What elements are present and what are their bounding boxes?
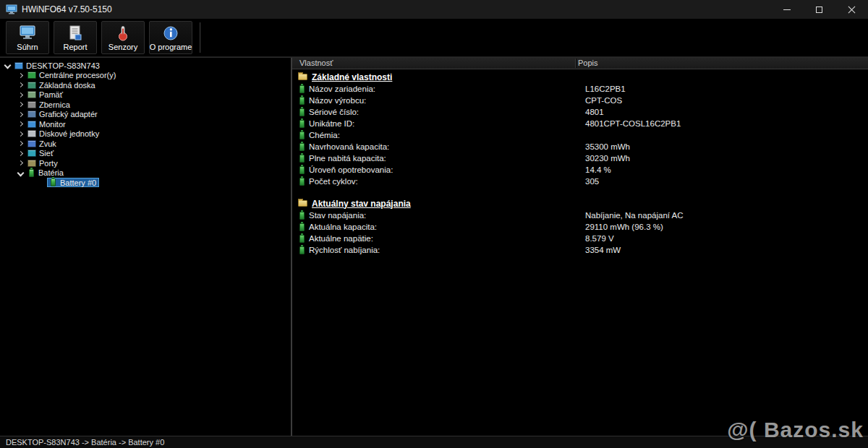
tree-item-label: Sieť [39, 149, 54, 158]
property-value: 4801CPT-COSL16C2PB1 [585, 119, 681, 128]
tree-item-root[interactable]: DESKTOP-S83N743 [0, 61, 291, 71]
battery-icon [299, 97, 305, 105]
column-headers: Vlastnosť Popis [292, 58, 868, 69]
property-row-r-chlos-nab-jania[interactable]: Rýchlosť nabíjania:3354 mW [292, 244, 868, 256]
property-label: Navrhovaná kapacita: [309, 142, 389, 151]
tree-item-zvuk[interactable]: Zvuk [0, 139, 291, 149]
property-row-n-zov-v-robcu[interactable]: Názov výrobcu:CPT-COS [292, 95, 868, 106]
disk-icon [27, 130, 36, 137]
tree-item-battery-#0[interactable]: Battery #0 [0, 178, 291, 188]
tree-item-label: Porty [39, 159, 58, 168]
property-value: 35300 mWh [585, 142, 630, 151]
section-title: Základné vlastnosti [312, 72, 392, 82]
audio-icon [27, 140, 36, 147]
close-icon [848, 6, 856, 14]
tree-item-bat-ria[interactable]: Batéria [0, 168, 291, 178]
tree-item-diskov-jednotky[interactable]: Diskové jednotky [0, 129, 291, 139]
section-header-aktu-lny-stav-nap-jania: Aktuálny stav napájania [292, 197, 868, 210]
report-document-icon [68, 25, 82, 42]
property-row-unik-tne-id[interactable]: Unikátne ID:4801CPT-COSL16C2PB1 [292, 118, 868, 129]
column-header-property[interactable]: Vlastnosť [299, 59, 333, 67]
property-row-plne-nabit-kapacita[interactable]: Plne nabitá kapacita:30230 mWh [292, 152, 868, 164]
tree-item-pam[interactable]: Pamäť [0, 90, 291, 100]
app-window: HWiNFO64 v7.50-5150 Súhrn Report Senzory [0, 0, 868, 448]
tree-item-centr-lne-procesor-y[interactable]: Centrálne procesor(y) [0, 71, 291, 81]
chevron-right-icon[interactable] [16, 110, 25, 119]
summary-monitor-icon [19, 25, 36, 42]
sensors-button-label: Senzory [109, 43, 137, 51]
maximize-icon [816, 7, 822, 13]
section-title: Aktuálny stav napájania [312, 199, 411, 209]
column-divider[interactable] [575, 59, 576, 68]
property-label: Aktuálna kapacita: [309, 223, 377, 231]
property-row-stav-nap-jania[interactable]: Stav napájania:Nabíjanie, Na napájaní AC [292, 210, 868, 221]
tree-item-label: Diskové jednotky [39, 129, 99, 138]
tree-item-grafick-adapt-r[interactable]: Grafický adaptér [0, 110, 291, 120]
property-row-rove-opotrebovania[interactable]: Úroveň opotrebovania:14.4 % [292, 164, 868, 176]
chevron-down-icon[interactable] [3, 61, 12, 70]
minimize-button[interactable] [770, 0, 803, 19]
property-value: L16C2PB1 [585, 85, 626, 93]
property-row-n-zov-zariadenia[interactable]: Názov zariadenia:L16C2PB1 [292, 83, 868, 95]
sensors-button[interactable]: Senzory [101, 21, 145, 54]
chevron-right-icon[interactable] [16, 100, 25, 109]
tree-item-sie[interactable]: Sieť [0, 149, 291, 159]
chevron-down-icon[interactable] [16, 168, 25, 177]
about-button[interactable]: O programe [149, 21, 192, 54]
property-row-s-riov-slo[interactable]: Sériové číslo:4801 [292, 106, 868, 118]
tree-item-monitor[interactable]: Monitor [0, 119, 291, 129]
close-button[interactable] [835, 0, 868, 19]
chevron-right-icon[interactable] [16, 149, 25, 158]
property-value: 3354 mW [585, 246, 621, 254]
property-value: 8.579 V [585, 234, 614, 243]
chevron-placeholder [38, 178, 47, 187]
property-row-po-et-cyklov[interactable]: Počet cyklov:305 [292, 176, 868, 187]
battery-icon [299, 178, 305, 186]
property-label: Chémia: [309, 131, 340, 139]
chevron-right-icon[interactable] [16, 120, 25, 129]
property-value: 305 [585, 177, 599, 186]
property-label: Sériové číslo: [309, 108, 359, 116]
report-button[interactable]: Report [54, 21, 97, 54]
window-title: HWiNFO64 v7.50-5150 [22, 4, 112, 14]
tree-item-label: Zvuk [39, 139, 56, 148]
tree-item-label: Monitor [39, 120, 66, 129]
section-header-z-kladn-vlastnosti: Základné vlastnosti [292, 71, 868, 83]
maximize-button[interactable] [803, 0, 835, 19]
chevron-right-icon[interactable] [16, 139, 25, 148]
tree-item-label: Battery #0 [60, 178, 96, 187]
chevron-right-icon[interactable] [16, 159, 25, 168]
window-controls [770, 0, 868, 19]
battery-icon [299, 212, 305, 220]
folder-icon [298, 74, 307, 80]
tree-item-label: Základná doska [39, 81, 95, 90]
tree-children: Centrálne procesor(y)Základná doskaPamäť… [0, 71, 291, 188]
tree-item-zbernica[interactable]: Zbernica [0, 100, 291, 110]
chevron-right-icon[interactable] [16, 90, 25, 99]
property-row-aktu-lne-nap-tie[interactable]: Aktuálne napätie:8.579 V [292, 233, 868, 244]
property-value: 4801 [585, 108, 604, 116]
chevron-right-icon[interactable] [16, 129, 25, 138]
device-tree: DESKTOP-S83N743 Centrálne procesor(y)Zák… [0, 58, 292, 436]
tree-item-label: Zbernica [39, 100, 70, 109]
property-row-navrhovan-kapacita[interactable]: Navrhovaná kapacita:35300 mWh [292, 141, 868, 152]
property-value: CPT-COS [585, 96, 622, 105]
battery-icon [299, 143, 305, 151]
battery-icon [299, 246, 305, 254]
tree-item-porty[interactable]: Porty [0, 158, 291, 168]
summary-button[interactable]: Súhrn [6, 21, 49, 54]
property-row-aktu-lna-kapacita[interactable]: Aktuálna kapacita:29110 mWh (96.3 %) [292, 221, 868, 233]
app-icon [6, 4, 17, 14]
cpu-icon [27, 72, 36, 79]
column-header-description[interactable]: Popis [578, 59, 598, 67]
statusbar: DESKTOP-S83N743 -> Batéria -> Battery #0 [0, 436, 868, 448]
minimize-icon [783, 9, 791, 10]
computer-icon [14, 62, 23, 69]
property-value: 14.4 % [585, 165, 611, 174]
chevron-right-icon[interactable] [16, 71, 25, 79]
tree-item-z-kladn-doska[interactable]: Základná doska [0, 80, 291, 90]
property-row-ch-mia[interactable]: Chémia: [292, 129, 868, 141]
battery-icon [299, 155, 305, 163]
toolbar-separator [200, 22, 200, 53]
chevron-right-icon[interactable] [16, 81, 25, 90]
